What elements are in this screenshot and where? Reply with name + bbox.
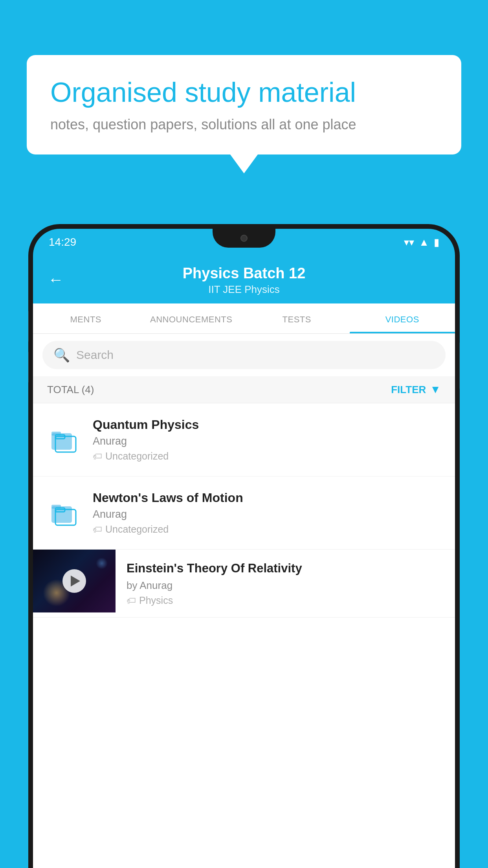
bubble-title: Organised study material bbox=[50, 77, 438, 108]
battery-icon: ▮ bbox=[434, 236, 439, 248]
filter-icon: ▼ bbox=[430, 383, 441, 396]
item-tag: 🏷 Uncategorized bbox=[93, 524, 441, 535]
item-author: Anurag bbox=[93, 508, 441, 520]
play-triangle-icon bbox=[71, 576, 80, 587]
tag-label: Physics bbox=[139, 595, 173, 606]
status-bar: 14:29 ▾▾ ▲ ▮ bbox=[33, 229, 455, 256]
video-folder-icon bbox=[47, 423, 82, 457]
play-button-overlay bbox=[33, 550, 116, 612]
signal-icon: ▲ bbox=[419, 236, 429, 248]
header-title: Physics Batch 12 bbox=[49, 265, 439, 282]
item-title: Einstein's Theory Of Relativity bbox=[127, 561, 444, 576]
tab-videos[interactable]: VIDEOS bbox=[350, 303, 455, 333]
filter-bar: TOTAL (4) FILTER ▼ bbox=[33, 376, 455, 403]
svg-rect-0 bbox=[51, 433, 72, 450]
list-item[interactable]: Einstein's Theory Of Relativity by Anura… bbox=[33, 550, 455, 618]
front-camera bbox=[240, 235, 248, 242]
search-icon: 🔍 bbox=[53, 347, 70, 363]
tab-tests[interactable]: TESTS bbox=[244, 303, 350, 333]
item-title: Newton's Laws of Motion bbox=[93, 491, 441, 505]
list-item[interactable]: Newton's Laws of Motion Anurag 🏷 Uncateg… bbox=[33, 476, 455, 550]
back-button[interactable]: ← bbox=[48, 271, 64, 289]
search-bar: 🔍 Search bbox=[33, 334, 455, 376]
app-header: ← Physics Batch 12 IIT JEE Physics bbox=[33, 256, 455, 303]
tab-announcements[interactable]: ANNOUNCEMENTS bbox=[139, 303, 244, 333]
search-input-container[interactable]: 🔍 Search bbox=[42, 341, 446, 369]
search-placeholder: Search bbox=[76, 348, 114, 362]
phone-inner: 14:29 ▾▾ ▲ ▮ ← Physics Batch 12 IIT JEE … bbox=[33, 229, 455, 868]
speech-bubble: Organised study material notes, question… bbox=[27, 55, 461, 154]
svg-rect-4 bbox=[51, 506, 72, 523]
power-button[interactable] bbox=[459, 342, 460, 389]
item-info: Einstein's Theory Of Relativity by Anura… bbox=[116, 550, 455, 617]
bubble-subtitle: notes, question papers, solutions all at… bbox=[50, 116, 438, 133]
total-count: TOTAL (4) bbox=[47, 384, 94, 396]
tabs-bar: MENTS ANNOUNCEMENTS TESTS VIDEOS bbox=[33, 303, 455, 334]
item-info: Newton's Laws of Motion Anurag 🏷 Uncateg… bbox=[93, 491, 441, 535]
tab-ments[interactable]: MENTS bbox=[33, 303, 139, 333]
tag-icon: 🏷 bbox=[93, 524, 102, 535]
volume-up-button[interactable] bbox=[28, 311, 29, 342]
video-thumbnail bbox=[33, 550, 116, 612]
screen: ← Physics Batch 12 IIT JEE Physics MENTS… bbox=[33, 256, 455, 868]
notch bbox=[213, 229, 275, 248]
item-tag: 🏷 Uncategorized bbox=[93, 451, 441, 462]
item-author: by Anurag bbox=[127, 579, 444, 592]
filter-label: FILTER bbox=[391, 384, 426, 396]
video-folder-icon bbox=[47, 496, 82, 530]
tag-icon: 🏷 bbox=[127, 595, 136, 606]
status-icons: ▾▾ ▲ ▮ bbox=[404, 236, 439, 248]
volume-down-button[interactable] bbox=[28, 351, 29, 383]
header-subtitle: IIT JEE Physics bbox=[49, 283, 439, 296]
item-tag: 🏷 Physics bbox=[127, 595, 444, 606]
content-list: Quantum Physics Anurag 🏷 Uncategorized bbox=[33, 403, 455, 868]
item-title: Quantum Physics bbox=[93, 417, 441, 432]
status-time: 14:29 bbox=[49, 236, 76, 248]
tag-label: Uncategorized bbox=[105, 451, 169, 462]
phone-frame: 14:29 ▾▾ ▲ ▮ ← Physics Batch 12 IIT JEE … bbox=[28, 224, 460, 868]
filter-button[interactable]: FILTER ▼ bbox=[391, 383, 441, 396]
tag-icon: 🏷 bbox=[93, 451, 102, 462]
play-button[interactable] bbox=[62, 569, 86, 593]
list-item[interactable]: Quantum Physics Anurag 🏷 Uncategorized bbox=[33, 403, 455, 476]
item-author: Anurag bbox=[93, 435, 441, 447]
item-info: Quantum Physics Anurag 🏷 Uncategorized bbox=[93, 417, 441, 462]
side-buttons-right bbox=[459, 342, 460, 389]
speech-bubble-container: Organised study material notes, question… bbox=[27, 55, 461, 154]
side-buttons-left bbox=[28, 311, 29, 392]
tag-label: Uncategorized bbox=[105, 524, 169, 535]
wifi-icon: ▾▾ bbox=[404, 236, 414, 248]
